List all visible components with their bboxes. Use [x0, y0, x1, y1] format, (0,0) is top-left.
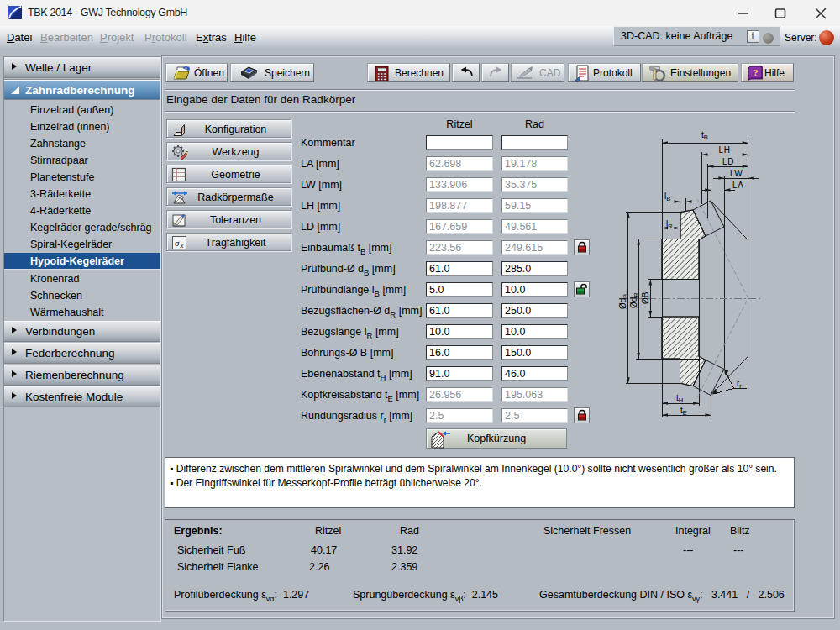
svg-text:lB: lB: [664, 192, 670, 202]
svg-text:LD: LD: [722, 157, 734, 166]
svg-text:LH: LH: [719, 145, 731, 155]
svg-text:tB: tB: [701, 130, 708, 141]
svg-text:tH: tH: [676, 393, 683, 404]
svg-text:LA: LA: [732, 181, 744, 190]
svg-text:LW: LW: [730, 169, 743, 178]
svg-text:ØB: ØB: [641, 291, 650, 304]
svg-text:?: ?: [753, 67, 759, 77]
svg-text:ØdB: ØdB: [618, 294, 629, 309]
